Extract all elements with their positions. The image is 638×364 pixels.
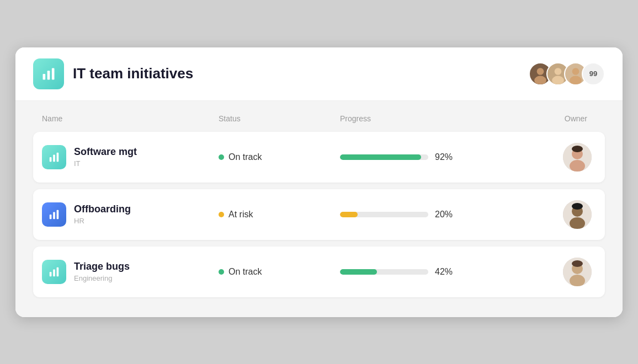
col-header-status: Status (219, 114, 340, 123)
status-label: At risk (228, 210, 253, 220)
name-text-offboarding: Offboarding HR (74, 204, 131, 225)
bar-chart-icon (41, 66, 56, 82)
progress-bar-fill (340, 212, 358, 217)
header-icon (33, 58, 64, 89)
table-row[interactable]: Triage bugs Engineering On track 42% (33, 247, 605, 297)
item-icon-triage-bugs (42, 260, 66, 284)
table-row[interactable]: Offboarding HR At risk 20% (33, 189, 605, 240)
progress-cell-software-mgt: 92% (340, 152, 495, 162)
svg-point-7 (572, 68, 579, 75)
progress-pct: 92% (435, 152, 453, 162)
status-cell-triage-bugs: On track (219, 267, 340, 277)
page-title: IT team initiatives (73, 65, 193, 82)
progress-bar-track (340, 212, 428, 217)
col-header-name: Name (42, 114, 219, 123)
table-area: Name Status Progress Owner Software mgt … (15, 101, 623, 317)
status-label: On track (228, 267, 262, 277)
svg-rect-18 (57, 210, 59, 219)
svg-rect-23 (50, 272, 52, 276)
avatar-group: 99 (529, 62, 605, 85)
svg-rect-17 (53, 212, 55, 219)
progress-cell-offboarding: 20% (340, 210, 495, 220)
progress-pct: 42% (435, 267, 453, 277)
progress-bar-fill (340, 154, 421, 160)
app-container: IT team initiatives (15, 47, 623, 317)
svg-point-21 (570, 217, 585, 229)
table-row[interactable]: Software mgt IT On track 92% (33, 132, 605, 183)
svg-point-22 (572, 203, 583, 210)
bar-chart-icon (48, 266, 60, 278)
owner-avatar (563, 258, 592, 286)
svg-point-8 (570, 76, 582, 84)
owner-cell-triage-bugs (495, 258, 596, 286)
svg-rect-24 (53, 269, 55, 276)
owner-avatar (563, 200, 592, 229)
header-left: IT team initiatives (33, 58, 193, 89)
progress-pct: 20% (435, 210, 453, 220)
name-text-triage-bugs: Triage bugs Engineering (74, 261, 130, 282)
svg-rect-9 (50, 157, 52, 162)
item-subtitle: HR (74, 217, 131, 225)
col-header-progress: Progress (340, 114, 495, 123)
svg-point-4 (534, 76, 546, 84)
status-dot (219, 212, 224, 217)
status-dot (219, 269, 224, 275)
bar-chart-icon (48, 151, 60, 163)
svg-rect-16 (50, 215, 52, 219)
item-title: Triage bugs (74, 261, 130, 273)
svg-point-6 (552, 76, 564, 84)
name-cell-software-mgt: Software mgt IT (42, 145, 219, 169)
rows-container: Software mgt IT On track 92% Offboarding… (33, 132, 605, 297)
svg-point-28 (570, 275, 585, 286)
item-title: Offboarding (74, 204, 131, 216)
progress-bar-track (340, 269, 428, 275)
svg-point-29 (572, 260, 583, 267)
name-cell-triage-bugs: Triage bugs Engineering (42, 260, 219, 284)
svg-point-14 (570, 160, 585, 172)
bar-chart-icon (48, 208, 60, 221)
progress-cell-triage-bugs: 42% (340, 267, 495, 277)
svg-rect-11 (57, 152, 59, 162)
status-cell-software-mgt: On track (219, 152, 340, 162)
progress-bar-fill (340, 269, 377, 275)
item-subtitle: IT (74, 159, 137, 168)
status-dot (219, 154, 224, 160)
owner-cell-offboarding (495, 200, 596, 229)
item-subtitle: Engineering (74, 274, 130, 282)
item-icon-offboarding (42, 202, 66, 227)
header-right: 99 (529, 62, 605, 85)
status-label: On track (228, 152, 262, 162)
col-header-owner: Owner (495, 114, 596, 123)
svg-rect-0 (43, 74, 46, 80)
svg-point-15 (572, 146, 583, 152)
item-title: Software mgt (74, 146, 137, 158)
progress-bar-track (340, 154, 428, 160)
svg-rect-1 (47, 71, 50, 79)
name-cell-offboarding: Offboarding HR (42, 202, 219, 227)
svg-rect-10 (53, 154, 55, 162)
avatar-count: 99 (582, 62, 605, 85)
owner-avatar (563, 143, 592, 172)
svg-rect-2 (52, 68, 55, 79)
status-cell-offboarding: At risk (219, 210, 340, 220)
svg-point-5 (555, 68, 562, 75)
svg-point-3 (537, 68, 544, 75)
header: IT team initiatives (15, 47, 623, 101)
item-icon-software-mgt (42, 145, 66, 169)
owner-cell-software-mgt (495, 143, 596, 172)
column-headers: Name Status Progress Owner (33, 110, 605, 127)
name-text-software-mgt: Software mgt IT (74, 146, 137, 168)
svg-rect-25 (57, 267, 59, 276)
